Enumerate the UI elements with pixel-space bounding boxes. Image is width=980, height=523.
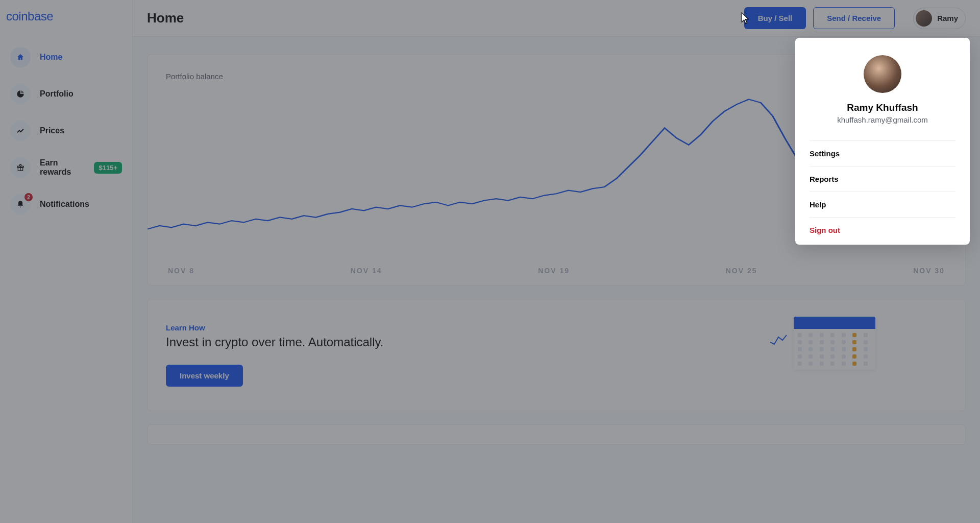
dropdown-item-reports[interactable]: Reports <box>810 166 955 192</box>
avatar <box>864 55 901 93</box>
dropdown-item-settings[interactable]: Settings <box>810 140 955 166</box>
dropdown-item-help[interactable]: Help <box>810 192 955 217</box>
dropdown-user-name: Ramy Khuffash <box>847 102 918 113</box>
dropdown-user-email: khuffash.ramy@gmail.com <box>837 115 928 124</box>
dropdown-item-signout[interactable]: Sign out <box>810 217 955 243</box>
dropdown-profile: Ramy Khuffash khuffash.ramy@gmail.com <box>795 38 970 138</box>
user-dropdown: Ramy Khuffash khuffash.ramy@gmail.com Se… <box>795 38 970 245</box>
